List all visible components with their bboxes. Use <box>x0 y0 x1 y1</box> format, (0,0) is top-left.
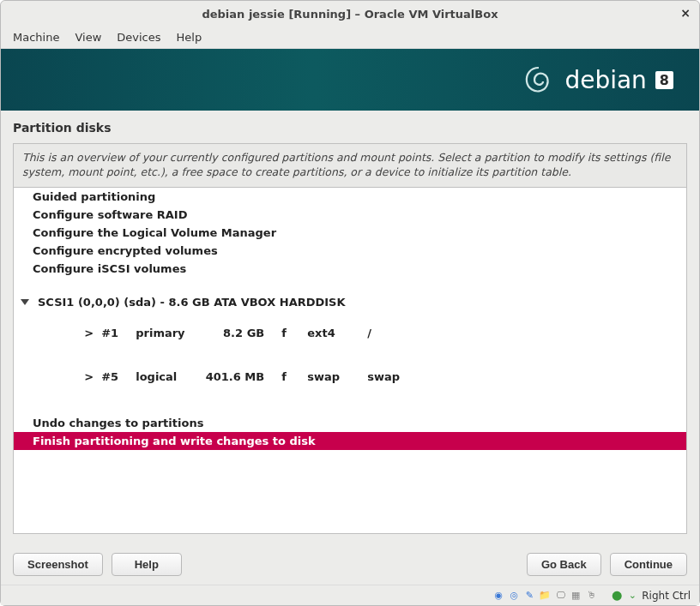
screenshot-button[interactable]: Screenshot <box>13 553 103 576</box>
hdd-icon[interactable]: ◉ <box>492 590 504 602</box>
content: This is an overview of your currently co… <box>1 143 699 543</box>
debian-swirl-icon <box>522 63 556 97</box>
option-undo[interactable]: Undo changes to partitions <box>14 414 686 432</box>
display-icon[interactable]: 🖵 <box>554 590 566 602</box>
disk-header[interactable]: SCSI1 (0,0,0) (sda) - 8.6 GB ATA VBOX HA… <box>14 293 686 311</box>
part-num: #5 <box>101 370 136 383</box>
option-lvm[interactable]: Configure the Logical Volume Manager <box>14 224 686 242</box>
menu-help[interactable]: Help <box>177 31 202 44</box>
part-kind: logical <box>136 370 204 383</box>
page-title: Partition disks <box>1 111 699 143</box>
close-icon[interactable]: × <box>680 6 691 20</box>
option-iscsi[interactable]: Configure iSCSI volumes <box>14 260 686 278</box>
option-encrypted[interactable]: Configure encrypted volumes <box>14 242 686 260</box>
description: This is an overview of your currently co… <box>13 143 687 187</box>
goback-button[interactable]: Go Back <box>527 553 601 576</box>
spacer <box>14 278 686 293</box>
recording-icon[interactable]: ▦ <box>570 590 582 602</box>
menu-view[interactable]: View <box>75 31 101 44</box>
part-fs: ext4 <box>307 327 367 339</box>
virtualbox-window: debian jessie [Running] – Oracle VM Virt… <box>0 0 700 606</box>
part-marker: > <box>84 370 101 383</box>
brand-version: 8 <box>655 71 673 89</box>
chevron-down-icon <box>21 299 29 305</box>
hostkey-label: Right Ctrl <box>642 590 691 602</box>
menubar: Machine View Devices Help <box>1 27 699 49</box>
hostkey-icon[interactable]: ⌄ <box>626 590 638 602</box>
spacer <box>14 399 686 414</box>
part-mount: swap <box>367 370 419 383</box>
installer-banner: debian 8 <box>1 49 699 111</box>
brand-text: debian <box>564 66 646 94</box>
partition-row-2[interactable]: > #5 logical 401.6 MB f swap swap <box>14 355 686 399</box>
part-kind: primary <box>136 327 204 339</box>
part-num: #1 <box>101 327 136 339</box>
titlebar: debian jessie [Running] – Oracle VM Virt… <box>1 1 699 27</box>
partition-row-1[interactable]: > #1 primary 8.2 GB f ext4 / <box>14 311 686 355</box>
option-guided[interactable]: Guided partitioning <box>14 188 686 206</box>
usb-icon[interactable]: ✎ <box>523 590 535 602</box>
part-size: 401.6 MB <box>204 370 281 383</box>
partition-list: Guided partitioning Configure software R… <box>13 187 687 534</box>
vbox-statusbar: ◉ ◎ ✎ 📁 🖵 ▦ 🖰 ⬤ ⌄ Right Ctrl <box>1 585 699 605</box>
mouse-icon[interactable]: 🖰 <box>585 590 597 602</box>
window-title: debian jessie [Running] – Oracle VM Virt… <box>202 8 498 21</box>
menu-devices[interactable]: Devices <box>117 31 160 44</box>
network-icon[interactable]: ⬤ <box>611 590 623 602</box>
menu-machine[interactable]: Machine <box>13 31 59 44</box>
part-fs: swap <box>307 370 367 383</box>
option-finish[interactable]: Finish partitioning and write changes to… <box>14 432 686 450</box>
help-button[interactable]: Help <box>112 553 182 576</box>
disk-label: SCSI1 (0,0,0) (sda) - 8.6 GB ATA VBOX HA… <box>38 296 346 309</box>
option-raid[interactable]: Configure software RAID <box>14 206 686 224</box>
shared-folder-icon[interactable]: 📁 <box>539 590 551 602</box>
continue-button[interactable]: Continue <box>610 553 687 576</box>
optical-icon[interactable]: ◎ <box>508 590 520 602</box>
part-marker: > <box>84 327 101 339</box>
button-bar: Screenshot Help Go Back Continue <box>1 543 699 585</box>
part-size: 8.2 GB <box>204 327 281 339</box>
part-mount: / <box>367 327 419 339</box>
debian-brand: debian 8 <box>522 63 673 97</box>
part-flag: f <box>281 327 307 339</box>
part-flag: f <box>281 370 307 383</box>
